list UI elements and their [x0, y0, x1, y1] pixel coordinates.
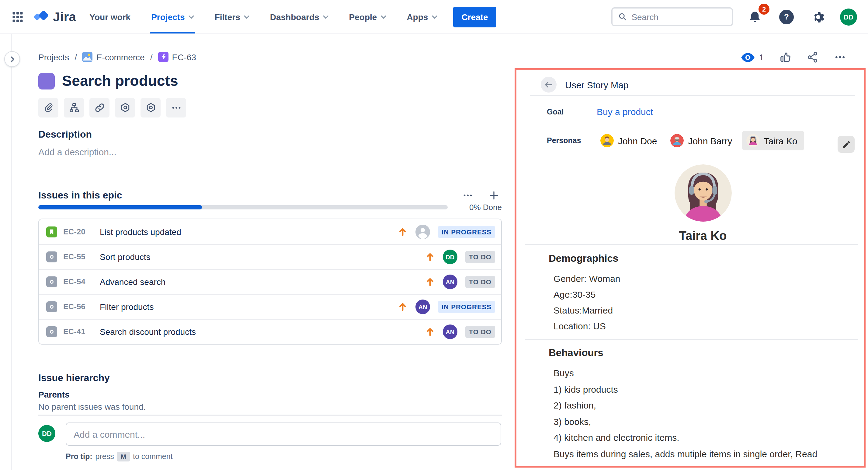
notifications-button[interactable]: 2 — [746, 8, 764, 26]
issue-row[interactable]: EC-41 Search discount products AN TO DO — [39, 319, 501, 344]
assignee-avatar-unassigned[interactable] — [415, 224, 430, 239]
hierarchy-icon — [68, 102, 80, 113]
persona-chip-john-barry[interactable]: John Barry — [666, 131, 736, 150]
demographics-item: Age:30-35 — [554, 287, 858, 302]
issue-key: EC-56 — [63, 302, 94, 311]
parents-empty-text: No parent issues was found. — [38, 402, 146, 412]
comment-input[interactable] — [73, 429, 493, 439]
breadcrumb-item-project[interactable]: E-commerce — [83, 52, 145, 62]
personas-label: Personas — [547, 136, 597, 145]
more-quick-actions-button[interactable] — [166, 98, 186, 117]
task-icon — [46, 276, 57, 287]
description-heading: Description — [38, 129, 92, 140]
edit-personas-button[interactable] — [838, 136, 855, 153]
app-action-button-1[interactable] — [115, 98, 135, 117]
app-action-button-2[interactable] — [141, 98, 161, 117]
persona-avatar-icon — [670, 134, 684, 147]
key-badge-m: M — [117, 452, 130, 462]
demographics-item: Location: US — [554, 318, 858, 334]
issue-row[interactable]: EC-55 Sort products DD TO DO — [39, 244, 501, 269]
eye-icon — [741, 52, 755, 62]
behaviours-item: Buys items during sales, adds mutiple it… — [554, 446, 858, 468]
issue-hierarchy-heading: Issue hierarchy — [38, 373, 110, 384]
breadcrumb: Projects / E-commerce / EC-63 — [38, 52, 196, 62]
persona-chip-taira-ko[interactable]: Taira Ko — [742, 131, 804, 150]
status-badge[interactable]: TO DO — [465, 251, 495, 263]
assignee-avatar[interactable]: AN — [415, 299, 430, 314]
settings-button[interactable] — [809, 8, 827, 26]
epic-issues-header: Issues in this epic — [38, 187, 502, 203]
issue-key: EC-55 — [63, 253, 94, 261]
panel-divider — [525, 339, 858, 340]
issue-row[interactable]: EC-20 List products updated IN PROGRESS — [39, 219, 501, 244]
share-icon — [807, 51, 819, 63]
status-badge[interactable]: IN PROGRESS — [438, 301, 495, 313]
breadcrumb-item-issue[interactable]: EC-63 — [158, 52, 196, 62]
user-avatar[interactable]: DD — [840, 8, 857, 25]
share-button[interactable] — [807, 51, 819, 63]
goal-link[interactable]: Buy a product — [597, 107, 653, 117]
persona-chip-john-doe[interactable]: John Doe — [597, 131, 660, 150]
status-badge[interactable]: TO DO — [465, 276, 495, 288]
goal-row: Goal Buy a product — [547, 107, 653, 117]
back-button[interactable] — [541, 77, 557, 92]
app-switcher-button[interactable] — [8, 8, 27, 26]
breadcrumb-separator: / — [150, 52, 153, 62]
issue-row[interactable]: EC-56 Filter products AN IN PROGRESS — [39, 294, 501, 319]
behaviours-heading: Behaviours — [549, 347, 603, 359]
plus-icon — [489, 190, 499, 201]
hexnut-icon — [145, 102, 156, 113]
priority-high-icon — [425, 327, 435, 337]
ellipsis-icon — [834, 51, 846, 63]
story-icon — [46, 226, 57, 237]
epic-issues-more-button[interactable] — [460, 187, 476, 203]
status-badge[interactable]: TO DO — [465, 326, 495, 338]
epic-progress-fill — [38, 205, 202, 209]
active-tab-underline — [150, 32, 195, 33]
nav-item-apps[interactable]: Apps — [407, 0, 437, 33]
behaviours-list: Buys 1) kids products 2) fashion, 3) boo… — [554, 365, 858, 468]
like-button[interactable] — [779, 51, 792, 63]
add-child-issue-button[interactable] — [64, 98, 84, 117]
status-badge[interactable]: IN PROGRESS — [438, 226, 495, 238]
top-nav: Jira Your work Projects Filters Dashboar… — [0, 0, 868, 34]
priority-high-icon — [398, 227, 407, 237]
create-button[interactable]: Create — [453, 6, 496, 27]
chevron-down-icon — [432, 15, 437, 19]
notification-badge: 2 — [758, 3, 770, 14]
comment-avatar: DD — [38, 425, 55, 442]
persona-avatar-icon — [600, 134, 614, 147]
personas-row: Personas John Doe — [547, 131, 833, 150]
nav-item-your-work[interactable]: Your work — [89, 0, 130, 33]
comment-box[interactable] — [66, 422, 501, 446]
nav-item-projects[interactable]: Projects — [151, 0, 194, 33]
nav-item-people[interactable]: People — [349, 0, 386, 33]
nav-item-dashboards[interactable]: Dashboards — [270, 0, 329, 33]
search-input[interactable] — [631, 12, 726, 22]
epic-issues-add-button[interactable] — [486, 187, 502, 203]
help-button[interactable]: ? — [777, 7, 796, 27]
attach-button[interactable] — [38, 98, 58, 117]
sidebar-expand-button[interactable] — [4, 51, 20, 67]
assignee-avatar[interactable]: AN — [443, 324, 457, 339]
more-actions-button[interactable] — [834, 51, 846, 63]
link-issue-button[interactable] — [89, 98, 110, 117]
collapsed-sidebar — [0, 34, 12, 470]
breadcrumb-item-projects[interactable]: Projects — [38, 52, 69, 62]
project-avatar-icon — [83, 52, 93, 62]
issue-quick-actions — [38, 98, 186, 117]
assignee-avatar[interactable]: AN — [443, 274, 457, 289]
issue-summary: Sort products — [100, 252, 419, 262]
description-placeholder[interactable]: Add a description... — [38, 147, 117, 157]
epic-issues-list: EC-20 List products updated IN PROGRESS … — [38, 218, 502, 345]
section-divider — [38, 415, 502, 416]
nav-item-filters[interactable]: Filters — [215, 0, 249, 33]
assignee-avatar[interactable]: DD — [443, 249, 457, 264]
priority-high-icon — [425, 277, 435, 287]
jira-logo[interactable]: Jira — [33, 9, 76, 25]
watchers-button[interactable]: 1 — [741, 52, 764, 62]
panel-divider — [530, 95, 855, 96]
behaviours-item: 4) kitchen and electronic items. — [554, 430, 858, 446]
global-search[interactable] — [611, 7, 733, 26]
issue-row[interactable]: EC-54 Advanced search AN TO DO — [39, 269, 501, 294]
